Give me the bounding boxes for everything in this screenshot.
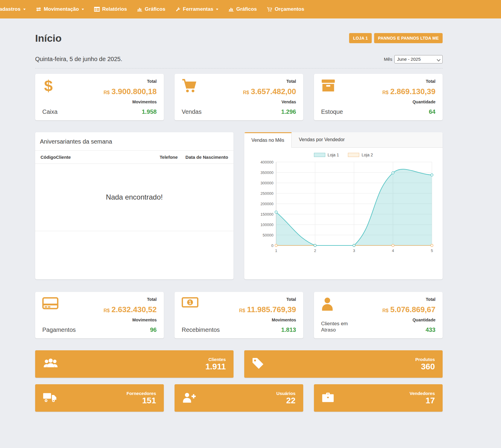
table-icon <box>94 7 100 12</box>
svg-text:1: 1 <box>189 299 192 305</box>
tile-value: 151 <box>142 396 156 405</box>
legend-label: Loja 2 <box>362 153 373 157</box>
svg-text:150000: 150000 <box>260 212 273 216</box>
tile-label: Fornecedores <box>127 391 156 396</box>
birthdays-title: Aniversariantes da semana <box>35 132 234 151</box>
stat-label: Estoque <box>321 108 343 115</box>
birthdays-table-header: CódigoCliente Telefone Data de Nasciment… <box>35 151 234 164</box>
stat-card-pagamentos: Pagamentos Total R$2.632.430,52 Moviment… <box>35 292 164 338</box>
nav-item-label: Gráficos <box>145 6 165 12</box>
metric-value: 433 <box>426 326 435 333</box>
tile-usuarios[interactable]: Usuários 22 <box>175 384 303 412</box>
stat-label: Clientes em Atraso <box>321 321 357 333</box>
nav-item-graficos-2[interactable]: Gráficos <box>223 0 262 18</box>
metric-value: 1.813 <box>281 326 296 333</box>
svg-text:350000: 350000 <box>260 170 273 175</box>
stat-card-vendas: Vendas Total R$3.657.482,00 Vendas 1.296 <box>175 74 303 120</box>
total-label: Total <box>287 79 296 84</box>
nav-item-label: Ferramentas <box>183 6 213 12</box>
total-amount: R$3.657.482,00 <box>243 88 296 96</box>
nav-item-label: Relatórios <box>102 6 127 12</box>
column-nascimento: Data de Nascimento <box>186 155 228 160</box>
nav-item-cadastros[interactable]: adastros <box>0 0 31 18</box>
legend-swatch-loja2 <box>348 153 359 157</box>
top-navbar: adastros Movimentação Relatórios Gráfico… <box>0 0 501 18</box>
exchange-icon <box>36 7 41 12</box>
stat-label: Recebimentos <box>182 326 220 333</box>
person-icon <box>321 297 334 312</box>
svg-text:3: 3 <box>353 248 355 253</box>
legend-label: Loja 1 <box>328 153 339 157</box>
tile-clientes[interactable]: Clientes 1.911 <box>35 350 234 378</box>
wrench-icon <box>175 7 181 12</box>
chart-legend: Loja 1 Loja 2 <box>244 153 443 157</box>
metric-label: Quantidade <box>413 99 435 104</box>
tab-vendas-por-vendedor[interactable]: Vendas por Vendedor <box>292 132 352 147</box>
stat-label: Vendas <box>182 108 202 115</box>
month-label: Mês <box>384 57 392 62</box>
cart-icon <box>267 7 272 12</box>
tile-value: 17 <box>426 396 435 405</box>
metric-value: 64 <box>429 108 435 115</box>
svg-text:50000: 50000 <box>262 233 273 237</box>
nav-item-label: adastros <box>0 6 21 12</box>
company-button[interactable]: PANNOS E PANNOS LTDA ME <box>374 33 443 43</box>
tile-produtos[interactable]: Produtos 360 <box>244 350 443 378</box>
total-amount: R$2.632.430,52 <box>104 306 157 314</box>
stat-label: Caixa <box>42 108 57 115</box>
total-label: Total <box>426 297 435 302</box>
column-cliente: Cliente <box>56 155 71 160</box>
legend-swatch-loja1 <box>314 153 325 157</box>
svg-text:200000: 200000 <box>260 201 273 206</box>
total-label: Total <box>426 79 435 84</box>
svg-text:2: 2 <box>314 248 316 253</box>
dollar-icon: $ <box>42 79 53 93</box>
truck-icon <box>43 392 57 404</box>
store-button[interactable]: LOJA 1 <box>349 33 372 43</box>
nav-item-ferramentas[interactable]: Ferramentas <box>170 0 223 18</box>
svg-text:100000: 100000 <box>260 222 273 227</box>
metric-value: 1.958 <box>142 108 157 115</box>
column-telefone: Telefone <box>160 155 178 160</box>
chevron-down-icon <box>82 9 84 10</box>
stat-card-estoque: Estoque Total R$2.869.130,39 Quantidade … <box>314 74 443 120</box>
tile-label: Clientes <box>209 357 226 362</box>
legend-item-loja1: Loja 1 <box>314 153 339 157</box>
svg-text:5: 5 <box>431 248 433 253</box>
metric-value: 96 <box>150 326 157 333</box>
total-amount: R$5.076.869,67 <box>382 306 435 314</box>
bar-chart-icon <box>137 7 142 12</box>
metric-label: Movimentos <box>272 318 296 322</box>
nav-item-orcamentos[interactable]: Orçamentos <box>262 0 309 18</box>
nav-item-movimentacao[interactable]: Movimentação <box>31 0 89 18</box>
stat-label: Pagamentos <box>42 326 76 333</box>
empty-message: Nada encontrado! <box>35 164 234 231</box>
birthdays-card: Aniversariantes da semana CódigoCliente … <box>35 132 234 279</box>
tile-fornecedores[interactable]: Fornecedores 151 <box>35 384 164 412</box>
metric-value: 1.296 <box>281 108 296 115</box>
total-label: Total <box>147 297 157 302</box>
bar-chart-icon <box>228 7 234 12</box>
month-select[interactable]: June - 2025 <box>394 55 443 63</box>
tile-vendedores[interactable]: Vendedores 17 <box>314 384 443 412</box>
tab-vendas-no-mes[interactable]: Vendas no Mês <box>244 132 292 148</box>
column-codigo: Código <box>41 155 56 160</box>
total-label: Total <box>287 297 296 302</box>
sales-month-chart: 0500001000001500002000002500003000003500… <box>251 159 437 256</box>
svg-text:4: 4 <box>392 248 394 253</box>
svg-text:250000: 250000 <box>260 191 273 195</box>
nav-item-graficos-1[interactable]: Gráficos <box>132 0 170 18</box>
svg-text:1: 1 <box>275 248 277 253</box>
nav-item-relatorios[interactable]: Relatórios <box>89 0 132 18</box>
tile-value: 22 <box>286 396 295 405</box>
tile-value: 1.911 <box>205 363 226 371</box>
nav-item-label: Movimentação <box>44 6 79 12</box>
money-icon: 1 <box>182 297 198 309</box>
box-icon <box>321 79 335 93</box>
briefcase-icon <box>322 392 334 404</box>
page-title: Início <box>35 32 62 44</box>
total-label: Total <box>147 79 157 84</box>
total-amount: R$3.900.800,18 <box>104 88 157 96</box>
chevron-down-icon <box>216 9 218 10</box>
metric-label: Movimentos <box>132 99 157 104</box>
